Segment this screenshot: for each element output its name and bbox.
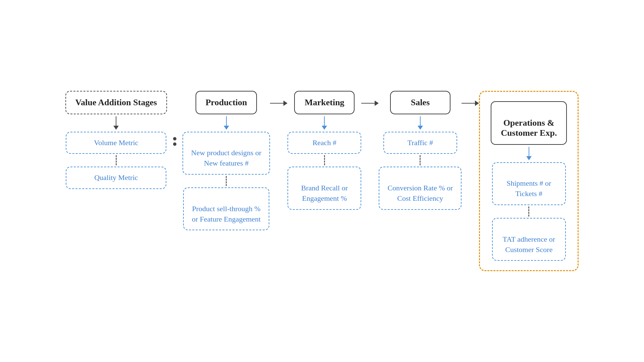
volume-metric-label: Volume Metric: [94, 138, 138, 147]
production-label: Production: [206, 98, 247, 107]
marketing-volume-box: Reach #: [287, 132, 361, 154]
operations-dashed-v: [528, 206, 529, 217]
sales-volume-box: Traffic #: [383, 132, 457, 154]
sales-quality-box: Conversion Rate % or Cost Efficiency: [379, 167, 462, 209]
operations-stage-box: Operations & Customer Exp.: [491, 101, 567, 145]
marketing-column: Marketing Reach # Brand Recall or Engage…: [287, 91, 361, 210]
production-stage-box: Production: [196, 91, 257, 114]
operations-label: Operations & Customer Exp.: [501, 118, 557, 138]
marketing-arrow-down: [322, 116, 327, 130]
quality-metric-box: Quality Metric: [66, 167, 166, 189]
volume-metric-box: Volume Metric: [66, 132, 166, 154]
value-addition-stages-box: Value Addition Stages: [65, 91, 167, 114]
diagram: Value Addition Stages Volume Metric Qual…: [45, 77, 599, 285]
arrow-right-3: [462, 91, 479, 116]
arrow-right-inner-1: [270, 101, 287, 106]
arrow-right-inner-2: [361, 101, 379, 106]
marketing-stage-box: Marketing: [294, 91, 355, 114]
production-volume-box: New product designs or New features #: [182, 132, 270, 175]
bullet-dots: [173, 137, 176, 146]
operations-column: Operations & Customer Exp. Shipments # o…: [491, 101, 567, 261]
arrow-right-2: [361, 91, 379, 116]
sales-stage-box: Sales: [390, 91, 450, 114]
left-section: Value Addition Stages Volume Metric Qual…: [65, 91, 182, 189]
operations-container: Operations & Customer Exp. Shipments # o…: [479, 91, 579, 272]
dashed-connector-v: [116, 155, 117, 165]
sales-dashed-v: [420, 155, 421, 165]
quality-metric-label: Quality Metric: [94, 173, 138, 182]
sales-label: Sales: [411, 98, 430, 107]
dot-1: [173, 137, 176, 140]
operations-volume-label: Shipments # or Tickets #: [506, 179, 551, 198]
operations-volume-box: Shipments # or Tickets #: [492, 162, 566, 205]
production-dashed-v: [226, 176, 227, 186]
production-arrow-down: [224, 116, 229, 130]
sales-volume-label: Traffic #: [408, 138, 433, 147]
value-stages-column: Value Addition Stages Volume Metric Qual…: [65, 91, 167, 189]
sales-quality-label: Conversion Rate % or Cost Efficiency: [387, 184, 453, 202]
arrow-down-value: [113, 116, 119, 130]
arrow-right-1: [270, 91, 287, 116]
marketing-volume-label: Reach #: [313, 138, 336, 147]
operations-quality-label: TAT adherence or Customer Score: [503, 235, 555, 254]
production-quality-label: Product sell-through % or Feature Engage…: [192, 204, 261, 223]
sales-column: Sales Traffic # Conversion Rate % or Cos…: [379, 91, 462, 210]
sales-arrow-down: [418, 116, 423, 130]
value-addition-stages-label: Value Addition Stages: [75, 98, 157, 107]
production-column: Production New product designs or New fe…: [182, 91, 270, 231]
production-quality-box: Product sell-through % or Feature Engage…: [183, 187, 269, 230]
marketing-dashed-v: [324, 155, 325, 165]
operations-arrow-down: [526, 147, 532, 160]
marketing-quality-box: Brand Recall or Engagement %: [287, 167, 361, 209]
dot-2: [173, 142, 176, 146]
marketing-label: Marketing: [305, 98, 344, 107]
arrow-right-inner-3: [462, 101, 479, 106]
marketing-quality-label: Brand Recall or Engagement %: [301, 184, 348, 202]
production-volume-label: New product designs or New features #: [191, 148, 262, 167]
operations-quality-box: TAT adherence or Customer Score: [492, 218, 566, 261]
